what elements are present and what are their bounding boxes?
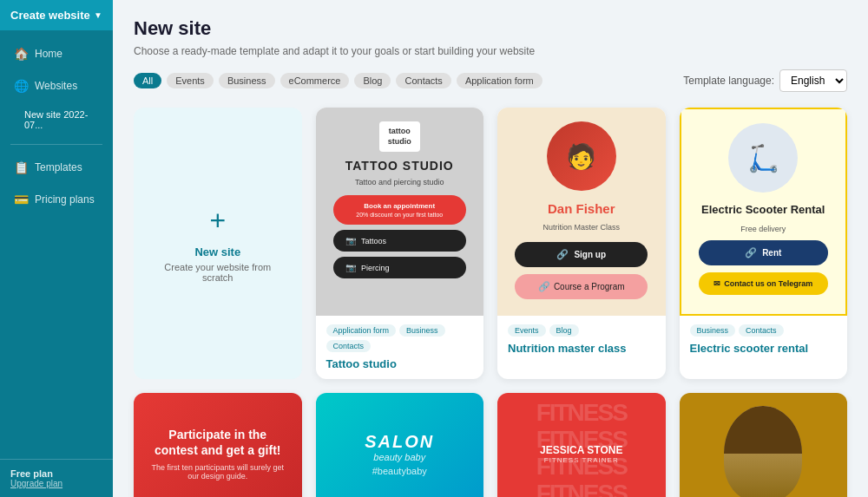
contest-desc: The first ten participants will surely g… <box>148 463 288 481</box>
new-site-create-card[interactable]: + New site Create your website from scra… <box>134 108 302 379</box>
template-card-contest[interactable]: Participate in the contest and get a gif… <box>134 393 302 497</box>
tattoo-title: TATTOO STUDIO <box>345 159 454 173</box>
tattoo-preview: tattoo studio TATTOO STUDIO Tattoo and p… <box>316 108 484 316</box>
sidebar-divider <box>10 144 102 145</box>
beauty-salon-text: SALON <box>365 432 434 452</box>
template-card-nutrition[interactable]: 🧑 Dan Fisher Nutrition Master Class 🔗 Si… <box>497 108 666 379</box>
sidebar-item-home[interactable]: 🏠 Home <box>3 38 109 69</box>
template-grid-row2: Participate in the contest and get a gif… <box>134 393 847 497</box>
portrait-preview <box>680 393 848 497</box>
portrait-hair <box>724 406 802 454</box>
fitness-name: JESSICA STONE <box>540 444 622 456</box>
sidebar-item-templates-label: Templates <box>35 161 82 173</box>
instagram-icon: 📷 <box>345 236 356 245</box>
tattoo-piercing-btn: 📷 Piercing <box>333 257 466 278</box>
create-website-button[interactable]: Create website ▼ <box>0 0 113 30</box>
main-content: New site Choose a ready-made template an… <box>113 0 868 497</box>
scooter-tag-1: Contacts <box>739 324 784 337</box>
scooter-img: 🛴 <box>728 123 798 193</box>
template-card-tattoo[interactable]: tattoo studio TATTOO STUDIO Tattoo and p… <box>316 108 484 379</box>
nutrition-signup-btn: 🔗 Sign up <box>515 242 648 267</box>
language-select[interactable]: English <box>779 69 847 92</box>
tattoo-tag-1: Business <box>399 324 445 337</box>
nutrition-course-btn: 🔗 Course a Program <box>515 274 648 299</box>
home-icon: 🏠 <box>14 47 28 61</box>
sidebar-item-websites-label: Websites <box>35 80 77 92</box>
sidebar-item-home-label: Home <box>35 48 62 60</box>
nutrition-card-footer: Events Blog Nutrition master class <box>497 316 666 363</box>
scooter-preview: 🛴 Electric Scooter Rental Free delivery … <box>680 108 848 316</box>
filter-bar: All Events Business eCommerce Blog Conta… <box>134 69 847 92</box>
free-plan-label: Free plan <box>10 468 102 479</box>
nutrition-card-name: Nutrition master class <box>508 342 655 355</box>
scooter-desc: Free delivery <box>740 225 786 233</box>
beauty-hashtag: #beautybaby <box>372 466 427 476</box>
tattoo-tags: Application form Business Contacts <box>326 324 474 352</box>
page-title: New site <box>134 17 847 40</box>
filter-ecommerce[interactable]: eCommerce <box>280 73 350 88</box>
nutrition-tag-1: Blog <box>549 324 579 337</box>
websites-icon: 🌐 <box>14 79 28 93</box>
templates-icon: 📋 <box>14 160 28 174</box>
filter-events[interactable]: Events <box>167 73 214 88</box>
telegram-icon: ✉ <box>713 279 720 288</box>
scooter-tags: Business Contacts <box>690 324 838 337</box>
new-site-card-label: New site <box>194 245 240 258</box>
nutrition-preview: 🧑 Dan Fisher Nutrition Master Class 🔗 Si… <box>497 108 666 316</box>
template-card-scooter[interactable]: 🛴 Electric Scooter Rental Free delivery … <box>680 108 848 379</box>
template-language-label: Template language: <box>683 75 774 87</box>
instagram-icon-2: 📷 <box>345 263 356 272</box>
nutrition-person-name: Dan Fisher <box>548 201 615 216</box>
upgrade-plan-link[interactable]: Upgrade plan <box>10 479 102 488</box>
tattoo-sub: Tattoo and piercing studio <box>355 178 444 186</box>
tattoo-tag-0: Application form <box>326 324 397 337</box>
sidebar-item-new-site[interactable]: New site 2022-07... <box>0 102 113 137</box>
filter-blog[interactable]: Blog <box>354 73 391 88</box>
template-card-beauty[interactable]: SALON beauty baby #beautybaby <box>316 393 484 497</box>
template-language-selector: Template language: English <box>683 69 847 92</box>
filter-all[interactable]: All <box>134 73 161 88</box>
sidebar-item-pricing-label: Pricing plans <box>35 193 95 206</box>
tattoo-card-footer: Application form Business Contacts Tatto… <box>316 316 484 379</box>
fitness-sub: FITNESS TRAINER <box>544 456 619 464</box>
template-card-portrait[interactable] <box>680 393 848 497</box>
tattoo-tag-2: Contacts <box>326 340 372 352</box>
contest-preview: Participate in the contest and get a gif… <box>134 393 302 497</box>
chevron-down-icon: ▼ <box>94 10 102 20</box>
link-icon-3: 🔗 <box>745 247 757 258</box>
pricing-icon: 💳 <box>14 193 28 206</box>
tattoo-logo: tattoo studio <box>379 121 420 152</box>
sidebar-nav: 🏠 Home 🌐 Websites New site 2022-07... 📋 … <box>0 30 113 459</box>
page-subtitle: Choose a ready-made template and adapt i… <box>134 45 847 57</box>
fitness-preview: FITNESSFITNESSFITNESSFITNESS JESSICA STO… <box>497 393 666 497</box>
filter-business[interactable]: Business <box>219 73 275 88</box>
nutrition-class-label: Nutrition Master Class <box>542 223 620 232</box>
scooter-contact-btn: ✉ Contact us on Telegram <box>699 272 828 295</box>
new-site-card-desc: Create your website from scratch <box>153 262 283 283</box>
sidebar-item-pricing[interactable]: 💳 Pricing plans <box>3 184 109 215</box>
sidebar-item-templates[interactable]: 📋 Templates <box>3 152 109 183</box>
create-website-label: Create website <box>10 9 90 22</box>
link-icon-2: 🔗 <box>538 281 550 292</box>
template-grid: + New site Create your website from scra… <box>134 108 847 379</box>
beauty-preview: SALON beauty baby #beautybaby <box>316 393 484 497</box>
nutrition-tags: Events Blog <box>508 324 655 337</box>
template-card-fitness[interactable]: FITNESSFITNESSFITNESSFITNESS JESSICA STO… <box>497 393 666 497</box>
sidebar-item-websites[interactable]: 🌐 Websites <box>3 70 109 101</box>
filter-application-form[interactable]: Application form <box>457 73 542 88</box>
tattoo-card-name: Tattoo studio <box>326 357 474 370</box>
new-site-label: New site 2022-07... <box>24 109 102 130</box>
nutrition-person-img: 🧑 <box>547 121 616 191</box>
scooter-rent-btn: 🔗 Rent <box>699 240 828 265</box>
scooter-title: Electric Scooter Rental <box>701 203 825 218</box>
filter-contacts[interactable]: Contacts <box>396 73 450 88</box>
plus-icon: + <box>209 205 226 237</box>
scooter-card-footer: Business Contacts Electric scooter renta… <box>680 316 848 363</box>
nutrition-tag-0: Events <box>508 324 546 337</box>
beauty-baby-text: beauty baby <box>373 452 425 462</box>
sidebar: Create website ▼ 🏠 Home 🌐 Websites New s… <box>0 0 113 497</box>
link-icon: 🔗 <box>556 249 569 260</box>
scooter-card-name: Electric scooter rental <box>690 342 838 355</box>
contest-title: Participate in the contest and get a gif… <box>148 427 288 458</box>
tattoo-book-btn: Book an appointment 20% discount on your… <box>333 195 466 225</box>
